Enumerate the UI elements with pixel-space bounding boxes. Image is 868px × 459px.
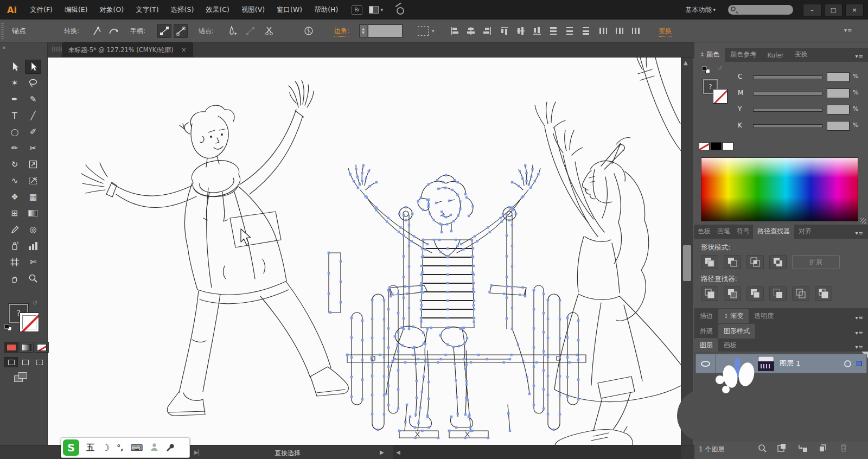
figure-dancing-man[interactable] bbox=[81, 80, 348, 416]
keyboard-icon[interactable]: ⌨ bbox=[131, 443, 143, 453]
pf-outline-button[interactable] bbox=[792, 286, 809, 301]
color-spectrum[interactable] bbox=[701, 157, 858, 221]
align-vcenter-button[interactable] bbox=[514, 24, 527, 37]
figure-longhair-woman[interactable] bbox=[535, 58, 681, 445]
wrench-icon[interactable] bbox=[165, 443, 174, 453]
ellipse-tool[interactable]: ◯ bbox=[7, 125, 23, 139]
add-anchor-button[interactable] bbox=[225, 24, 239, 38]
swatch-white[interactable] bbox=[723, 142, 733, 150]
horizontal-scrollbar[interactable]: ◀ bbox=[393, 445, 681, 459]
corner-value-field[interactable] bbox=[368, 24, 403, 37]
tab-gradient[interactable]: ↕ 渐变 bbox=[718, 309, 749, 323]
gradient-tool[interactable] bbox=[25, 206, 41, 220]
convert-to-corner-button[interactable] bbox=[90, 24, 104, 38]
tab-color[interactable]: ↕ 颜色 bbox=[694, 47, 725, 62]
pf-minus-back-button[interactable] bbox=[815, 286, 832, 301]
menu-window[interactable]: 窗口(W) bbox=[271, 0, 308, 20]
draw-behind-button[interactable] bbox=[18, 357, 32, 367]
mesh-tool[interactable]: ⊞ bbox=[7, 206, 23, 220]
gradient-mode-button[interactable] bbox=[20, 342, 34, 353]
panel-menu-icon[interactable]: ▾≡ bbox=[856, 53, 864, 62]
default-fill-stroke-icon[interactable] bbox=[4, 324, 13, 332]
close-tab-icon[interactable]: × bbox=[181, 46, 187, 54]
width-tool[interactable]: ∿ bbox=[7, 174, 23, 188]
channel-slider[interactable] bbox=[753, 108, 822, 112]
swatch-black[interactable] bbox=[711, 142, 722, 150]
menu-view[interactable]: 视图(V) bbox=[235, 0, 271, 20]
close-button[interactable]: × bbox=[845, 4, 864, 16]
tab-color-guide[interactable]: 颜色参考 bbox=[725, 47, 762, 62]
channel-slider[interactable] bbox=[753, 92, 822, 95]
free-transform-tool[interactable] bbox=[25, 174, 41, 188]
control-panel-menu-icon[interactable]: ▾≡ bbox=[844, 27, 852, 33]
ime-mode-wubi[interactable]: 五 bbox=[86, 443, 94, 453]
pf-divide-button[interactable] bbox=[701, 286, 718, 301]
corner-label[interactable]: 边角: bbox=[334, 27, 349, 37]
channel-value-field[interactable] bbox=[827, 72, 850, 82]
menu-type[interactable]: 文字(T) bbox=[130, 0, 164, 20]
distribute-hcenter-button[interactable] bbox=[613, 24, 626, 37]
scroll-left-icon[interactable]: ◀ bbox=[396, 449, 400, 455]
vertical-scrollbar[interactable]: ▲ bbox=[681, 58, 693, 445]
workspace-switcher[interactable]: 基本功能 ▾ bbox=[685, 5, 716, 15]
scissors-tool[interactable]: ✂ bbox=[25, 141, 41, 155]
tab-brushes[interactable]: 画笔 bbox=[714, 224, 733, 239]
tab-swatches[interactable]: 色板 bbox=[694, 224, 714, 239]
tab-transparency[interactable]: 透明度 bbox=[749, 309, 779, 323]
channel-value-field[interactable] bbox=[827, 105, 850, 114]
control-bar-grip[interactable] bbox=[1, 23, 4, 39]
pen-tool[interactable]: ✒ bbox=[7, 92, 23, 106]
selection-indicator[interactable] bbox=[857, 361, 862, 366]
show-handles-button[interactable] bbox=[157, 24, 171, 38]
shape-exclude-button[interactable] bbox=[769, 255, 787, 269]
selection-tool[interactable] bbox=[7, 60, 23, 74]
layer-name[interactable]: 图层 1 bbox=[780, 359, 800, 368]
draw-normal-button[interactable] bbox=[4, 357, 18, 367]
search-input[interactable] bbox=[739, 5, 790, 15]
line-segment-tool[interactable]: ╱ bbox=[25, 109, 41, 123]
distribute-left-button[interactable] bbox=[597, 24, 610, 37]
pf-merge-button[interactable] bbox=[746, 286, 764, 301]
symbol-sprayer-tool[interactable] bbox=[7, 239, 23, 253]
panel-menu-icon[interactable]: ▾≡ bbox=[856, 315, 864, 323]
align-right-button[interactable] bbox=[481, 24, 494, 37]
distribute-right-button[interactable] bbox=[629, 24, 642, 37]
perspective-grid-tool[interactable]: ▦ bbox=[25, 190, 41, 204]
document-tab[interactable]: 未标题-5* @ 127.21% (CMYK/轮廓) × bbox=[62, 42, 193, 58]
tab-kuler[interactable]: Kuler bbox=[762, 49, 789, 62]
convert-to-smooth-button[interactable] bbox=[106, 24, 120, 38]
tab-align[interactable]: 对齐 bbox=[794, 224, 816, 239]
align-hcenter-button[interactable] bbox=[464, 24, 477, 37]
menu-file[interactable]: 文件(F) bbox=[24, 0, 59, 20]
align-top-button[interactable] bbox=[498, 24, 511, 37]
vertical-scroll-thumb[interactable] bbox=[683, 245, 691, 281]
magic-wand-tool[interactable]: ✶ bbox=[7, 76, 23, 90]
sphere-icon[interactable] bbox=[302, 24, 316, 38]
tab-pathfinder[interactable]: 路径查找器 bbox=[753, 224, 794, 239]
corner-stepper[interactable]: ▲▲ bbox=[359, 24, 367, 37]
search-field[interactable] bbox=[727, 4, 794, 15]
swap-fill-stroke-icon[interactable]: ↺ bbox=[33, 299, 37, 307]
menu-help[interactable]: 帮助(H) bbox=[308, 0, 344, 20]
slice-tool[interactable]: ✄ bbox=[25, 255, 41, 269]
color-mode-button[interactable] bbox=[4, 342, 18, 353]
shape-unite-button[interactable] bbox=[701, 255, 718, 269]
column-graph-tool[interactable] bbox=[25, 239, 41, 253]
transform-link[interactable]: 变换 bbox=[659, 27, 672, 37]
new-layer-icon[interactable] bbox=[818, 443, 828, 453]
collapse-panel-icon[interactable]: « bbox=[2, 44, 6, 51]
person-icon[interactable] bbox=[150, 443, 158, 453]
tab-stroke[interactable]: 描边 bbox=[694, 309, 718, 323]
shape-intersect-button[interactable] bbox=[746, 255, 764, 269]
target-circle-icon[interactable] bbox=[844, 360, 851, 367]
paintbrush-tool[interactable]: ✐ bbox=[25, 125, 41, 139]
type-tool[interactable]: T bbox=[7, 109, 23, 123]
swatch-none[interactable] bbox=[699, 142, 710, 150]
shape-builder-tool[interactable]: ❖ bbox=[7, 190, 23, 204]
distribute-vcenter-button[interactable] bbox=[563, 24, 576, 37]
new-sublayer-icon[interactable] bbox=[797, 443, 808, 453]
tab-transform[interactable]: 变换 bbox=[789, 47, 813, 62]
punctuation-icon[interactable]: °, bbox=[117, 443, 123, 452]
distribute-bottom-button[interactable] bbox=[579, 24, 592, 37]
scale-tool[interactable] bbox=[25, 157, 41, 171]
